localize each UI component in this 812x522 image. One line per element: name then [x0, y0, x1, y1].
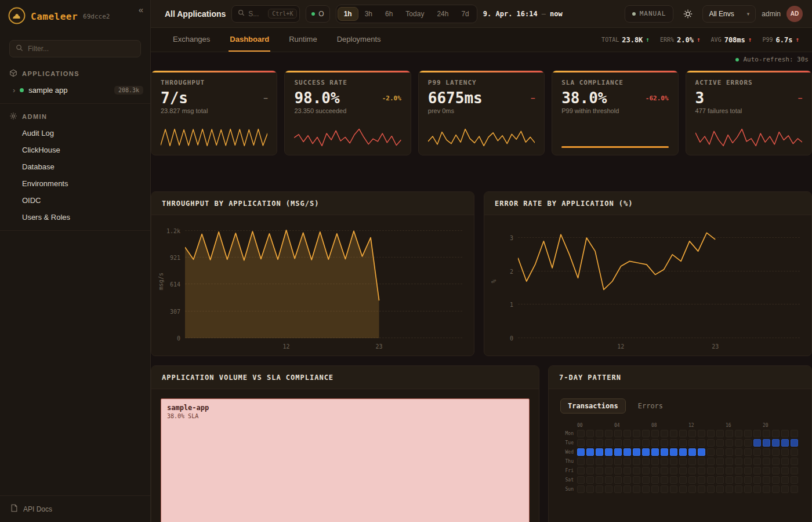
heatmap-cell [735, 458, 742, 465]
manual-status-dot-icon [632, 12, 636, 16]
heatmap-cell [698, 485, 705, 493]
y-tick-label: 614 [170, 281, 180, 288]
pattern-tab-errors[interactable]: Errors [630, 398, 670, 414]
top-header-bar: All Applications Ctrl+K O 1h3h6hToday24h… [151, 0, 812, 28]
heatmap-cell [633, 485, 640, 493]
heatmap-day-label: Fri [560, 468, 575, 473]
sidebar-item-sample-app[interactable]: › sample app 208.3k [0, 82, 150, 99]
heatmap-cell [744, 430, 752, 437]
range-button-7d[interactable]: 7d [455, 7, 475, 21]
manual-refresh-button[interactable]: MANUAL [625, 5, 674, 23]
heatmap-cell [596, 458, 603, 465]
kpi-card-active-errors: ACTIVE ERRORS3–477 failures total [686, 70, 812, 155]
y-tick-label: 307 [170, 308, 180, 314]
y-axis: 0123 [498, 224, 518, 338]
gear-icon [9, 112, 17, 121]
stat-label: AVG [711, 37, 722, 43]
filter-input[interactable] [28, 45, 135, 53]
trend-arrow-icon: ↑ [795, 36, 799, 44]
heatmap-cell [688, 430, 696, 437]
tab-exchanges[interactable]: Exchanges [172, 28, 211, 52]
heatmap-cell [791, 458, 798, 465]
sla-treemap-panel: APPLICATION VOLUME VS SLA COMPLIANCE sam… [151, 365, 539, 522]
sidebar-item-audit-log[interactable]: Audit Log [0, 125, 150, 142]
pattern-tab-transactions[interactable]: Transactions [560, 398, 626, 414]
heatmap-cell [698, 467, 705, 474]
heatmap-cell [716, 476, 724, 484]
range-button-today[interactable]: Today [399, 7, 430, 21]
kpi-value-row: 38.0%-62.0% [561, 89, 668, 107]
sidebar-item-users-roles[interactable]: Users & Roles [0, 209, 150, 226]
heatmap-cell [624, 430, 631, 437]
kpi-delta: – [798, 95, 802, 102]
document-icon [10, 504, 18, 514]
environment-selector[interactable]: All Envs ▾ [702, 5, 756, 23]
heatmap-cell [772, 439, 780, 447]
tabs-bar: ExchangesDashboardRuntimeDeployments TOT… [151, 28, 812, 52]
heatmap-cell [642, 430, 650, 437]
heatmap-row: Sat [560, 476, 800, 484]
sun-icon [683, 9, 693, 19]
heatmap-cell [791, 448, 798, 456]
search-input[interactable] [248, 10, 264, 18]
heatmap-cell [633, 458, 640, 465]
range-button-6h[interactable]: 6h [379, 7, 399, 21]
sidebar: Cameleer 69dcce2 « APPLICATIONS › sample… [0, 0, 151, 522]
y-tick-label: 921 [170, 255, 180, 261]
kpi-subtitle: 23.350 succeeded [294, 107, 401, 114]
heatmap-cell [661, 439, 668, 447]
heatmap-cell [698, 430, 705, 437]
heatmap-cell [670, 467, 677, 474]
heatmap-cell [679, 430, 687, 437]
heatmap-cell [781, 467, 789, 474]
heatmap-cell [670, 458, 677, 465]
heatmap-cell [670, 448, 677, 456]
kpi-gradient-bar [151, 71, 277, 72]
heatmap-cell [688, 458, 696, 465]
heatmap-cell [577, 467, 585, 474]
date-range-display[interactable]: 9. Apr. 16:14 – now [483, 10, 563, 18]
heatmap-cell [688, 485, 696, 493]
range-button-24h[interactable]: 24h [430, 7, 455, 21]
range-button-3h[interactable]: 3h [358, 7, 379, 21]
panel-title: ERROR RATE BY APPLICATION (%) [484, 192, 811, 215]
heatmap-hour-labels: 000408121620 [560, 423, 800, 428]
sidebar-item-clickhouse[interactable]: ClickHouse [0, 142, 150, 158]
sidebar-item-database[interactable]: Database [0, 158, 150, 175]
sidebar-collapse-icon[interactable]: « [139, 5, 143, 14]
cameleer-logo-icon [8, 7, 26, 26]
kpi-delta: – [531, 95, 535, 102]
heatmap-row: Tue [560, 439, 800, 447]
avatar[interactable]: AD [786, 6, 803, 22]
sidebar-item-api-docs[interactable]: API Docs [0, 495, 150, 522]
kpi-delta: -2.0% [382, 95, 401, 102]
chevron-right-icon[interactable]: › [13, 86, 15, 95]
treemap-item-sample-app[interactable]: sample-app 38.0% SLA [161, 398, 530, 522]
heatmap-cell [753, 439, 761, 447]
admin-items: Audit LogClickHouseDatabaseEnvironmentsO… [0, 125, 150, 226]
heatmap-cell [763, 458, 770, 465]
tab-dashboard[interactable]: Dashboard [229, 28, 270, 52]
sidebar-item-oidc[interactable]: OIDC [0, 192, 150, 209]
heatmap-cell [698, 458, 705, 465]
error-rate-chart: % 01231223 [484, 215, 811, 356]
sidebar-item-environments[interactable]: Environments [0, 175, 150, 192]
heatmap-cell [614, 430, 622, 437]
time-range-group: 1h3h6hToday24h7d [336, 5, 477, 23]
live-status-pill[interactable]: O [306, 5, 329, 23]
kpi-card-sla-compliance: SLA COMPLIANCE38.0%-62.0%P99 within thre… [552, 70, 678, 155]
kpi-gradient-bar [285, 71, 410, 72]
chevron-down-icon: ▾ [747, 11, 750, 17]
range-button-1h[interactable]: 1h [338, 7, 358, 21]
tab-runtime[interactable]: Runtime [288, 28, 318, 52]
kpi-gradient-bar [552, 71, 677, 72]
app-version: 69dcce2 [83, 13, 110, 20]
manual-label: MANUAL [640, 10, 666, 17]
heatmap-cell [688, 476, 696, 484]
heatmap-hour-label: 12 [688, 423, 696, 428]
heatmap-row: Mon [560, 430, 800, 437]
theme-toggle-button[interactable] [679, 5, 697, 23]
heatmap-cell [726, 485, 733, 493]
heatmap-cell [698, 439, 705, 447]
tab-deployments[interactable]: Deployments [336, 28, 382, 52]
